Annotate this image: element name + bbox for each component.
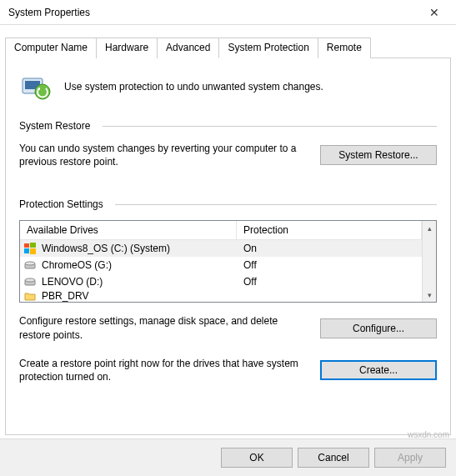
column-drives[interactable]: Available Drives (20, 221, 237, 239)
svg-point-8 (25, 262, 35, 265)
system-restore-heading: System Restore (19, 120, 437, 132)
content-area: Computer Name Hardware Advanced System P… (0, 25, 456, 435)
table-row[interactable]: PBR_DRV (20, 290, 422, 302)
configure-button[interactable]: Configure... (320, 318, 437, 338)
svg-rect-6 (30, 248, 36, 254)
table-row[interactable]: ChromeOS (G:) Off (20, 257, 422, 273)
column-protection[interactable]: Protection (237, 221, 422, 239)
tab-computer-name[interactable]: Computer Name (5, 38, 97, 58)
drive-protection: Off (237, 276, 422, 288)
svg-rect-3 (24, 243, 29, 248)
svg-rect-4 (30, 243, 36, 248)
system-restore-desc: You can undo system changes by reverting… (19, 142, 303, 168)
folder-icon (23, 290, 37, 302)
intro-text: Use system protection to undo unwanted s… (64, 81, 323, 93)
tab-remote[interactable]: Remote (318, 38, 371, 58)
drive-protection: Off (237, 259, 422, 271)
configure-row: Configure restore settings, manage disk … (19, 314, 437, 341)
tab-panel: Use system protection to undo unwanted s… (5, 58, 451, 435)
dialog-footer: OK Cancel Apply (0, 438, 456, 476)
scrollbar[interactable]: ▴ ▾ (422, 221, 436, 302)
system-restore-button[interactable]: System Restore... (320, 145, 437, 165)
scroll-down-icon[interactable]: ▾ (423, 288, 436, 302)
create-button[interactable]: Create... (320, 360, 437, 380)
table-header: Available Drives Protection (20, 221, 422, 240)
table-row[interactable]: LENOVO (D:) Off (20, 273, 422, 290)
drive-name: Windows8_OS (C:) (System) (42, 243, 170, 254)
drives-table: Available Drives Protection Windows8_OS … (19, 220, 437, 303)
drive-name: ChromeOS (G:) (42, 259, 112, 271)
create-desc: Create a restore point right now for the… (19, 357, 303, 383)
window-title: System Properties (8, 7, 90, 18)
tab-hardware[interactable]: Hardware (96, 38, 158, 58)
protection-settings-heading: Protection Settings (19, 198, 437, 210)
close-icon: ✕ (429, 6, 439, 19)
scroll-track[interactable] (423, 235, 436, 288)
scroll-up-icon[interactable]: ▴ (423, 221, 436, 235)
drive-name: PBR_DRV (42, 290, 88, 302)
tab-strip: Computer Name Hardware Advanced System P… (5, 37, 451, 58)
drive-name: LENOVO (D:) (42, 276, 103, 288)
intro-row: Use system protection to undo unwanted s… (19, 70, 437, 103)
drive-protection: On (237, 243, 422, 254)
configure-desc: Configure restore settings, manage disk … (19, 314, 303, 341)
table-row[interactable]: Windows8_OS (C:) (System) On (20, 240, 422, 257)
create-row: Create a restore point right now for the… (19, 357, 437, 383)
system-restore-row: You can undo system changes by reverting… (19, 142, 437, 168)
apply-button[interactable]: Apply (374, 448, 446, 468)
disk-drive-icon (23, 258, 37, 272)
close-button[interactable]: ✕ (418, 1, 451, 24)
disk-drive-icon (23, 275, 37, 288)
system-protection-icon (19, 70, 53, 103)
tab-system-protection[interactable]: System Protection (218, 38, 318, 58)
svg-rect-5 (24, 248, 29, 253)
cancel-button[interactable]: Cancel (298, 448, 369, 468)
windows-drive-icon (23, 242, 37, 255)
svg-point-10 (25, 278, 35, 282)
ok-button[interactable]: OK (221, 448, 293, 468)
title-bar: System Properties ✕ (0, 0, 456, 25)
tab-advanced[interactable]: Advanced (157, 38, 219, 58)
